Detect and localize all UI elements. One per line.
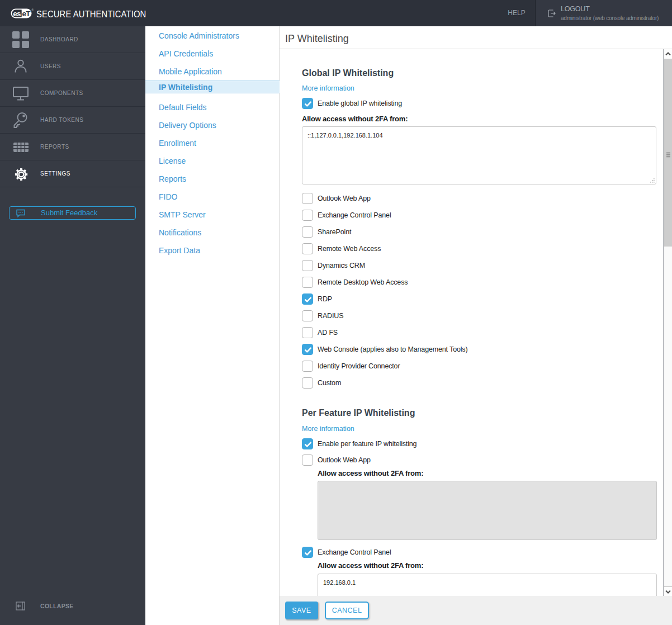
svg-text:eT: eT [22,10,31,18]
svg-text:®: ® [32,8,34,12]
svg-text:es: es [13,10,21,18]
